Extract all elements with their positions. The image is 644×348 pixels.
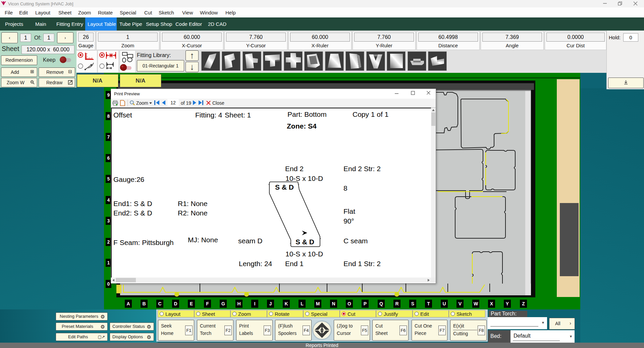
svg-text:S & D: S & D	[296, 238, 314, 246]
svg-text:S & D: S & D	[275, 183, 294, 191]
